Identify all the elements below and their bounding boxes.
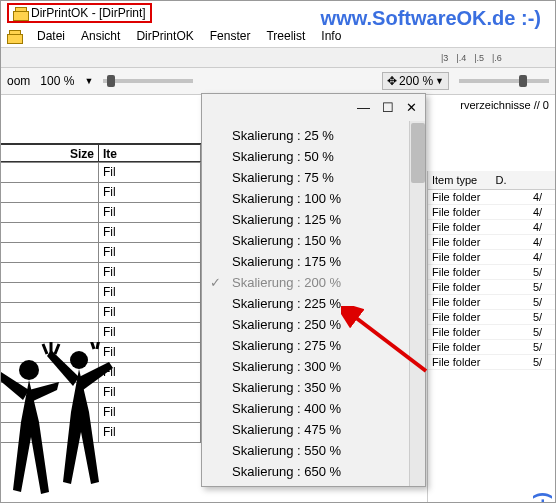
list-item[interactable]: File folder4/	[428, 205, 555, 220]
zoom-toolbar: oom 100 % ▼ ✥ 200 % ▼	[1, 68, 555, 95]
scale-option[interactable]: Skalierung : 200 %	[202, 272, 425, 293]
scale-option[interactable]: Skalierung : 250 %	[202, 314, 425, 335]
zoom-right-button[interactable]: ✥ 200 % ▼	[382, 72, 449, 90]
col-size: Size	[70, 147, 94, 161]
menu-item-file[interactable]: Datei	[37, 29, 65, 43]
scale-dropdown: — ☐ ✕ Skalierung : 25 %Skalierung : 50 %…	[201, 93, 426, 487]
menu-item-window[interactable]: Fenster	[210, 29, 251, 43]
titlebar: DirPrintOK - [DirPrint]	[1, 1, 555, 25]
slider-thumb[interactable]	[107, 75, 115, 87]
scale-option[interactable]: Skalierung : 475 %	[202, 419, 425, 440]
menu-item-treelist[interactable]: Treelist	[266, 29, 305, 43]
table-row: Fil	[1, 203, 201, 223]
cell: Fil	[99, 263, 201, 282]
list-item[interactable]: File folder4/	[428, 250, 555, 265]
table-row: Fil	[1, 223, 201, 243]
scale-option[interactable]: Skalierung : 75 %	[202, 167, 425, 188]
list-item[interactable]: File folder5/	[428, 265, 555, 280]
table-row: Fil	[1, 343, 201, 363]
table-row: Fil	[1, 403, 201, 423]
chevron-down-icon: ▼	[435, 76, 444, 86]
printer-icon	[13, 7, 27, 19]
scale-option[interactable]: Skalierung : 400 %	[202, 398, 425, 419]
ruler: |3 |.4 |.5 |.6	[1, 48, 555, 68]
move-icon: ✥	[387, 74, 397, 88]
table-row: Fil	[1, 243, 201, 263]
explorer-list: Item type D. File folder4/File folder4/F…	[427, 171, 555, 502]
list-item[interactable]: File folder5/	[428, 280, 555, 295]
menu-item-info[interactable]: Info	[321, 29, 341, 43]
ruler-mark: |.5	[474, 53, 484, 63]
table-row: Fil	[1, 183, 201, 203]
list-header: Item type D.	[428, 171, 555, 190]
minimize-icon[interactable]: —	[357, 100, 370, 115]
table-row: Fil	[1, 323, 201, 343]
col-items: Ite	[103, 147, 117, 161]
zoom-slider-right[interactable]	[459, 79, 549, 83]
cell: Fil	[99, 163, 201, 182]
window-title: DirPrintOK - [DirPrint]	[31, 6, 146, 20]
menu-bar: Datei Ansicht DirPrintOK Fenster Treelis…	[1, 25, 555, 48]
table-row: Fil	[1, 263, 201, 283]
scale-option[interactable]: Skalierung : 150 %	[202, 230, 425, 251]
dropdown-window-controls: — ☐ ✕	[202, 94, 425, 121]
list-item[interactable]: File folder4/	[428, 220, 555, 235]
cell: Fil	[99, 363, 201, 382]
menu-item-view[interactable]: Ansicht	[81, 29, 120, 43]
table-row: Fil	[1, 383, 201, 403]
table-row: Fil	[1, 283, 201, 303]
close-icon[interactable]: ✕	[406, 100, 417, 115]
scale-option[interactable]: Skalierung : 25 %	[202, 125, 425, 146]
cell: Fil	[99, 423, 201, 442]
cell: Fil	[99, 243, 201, 262]
list-item[interactable]: File folder5/	[428, 325, 555, 340]
zoom-right-value: 200 %	[399, 74, 433, 88]
scale-option[interactable]: Skalierung : 350 %	[202, 377, 425, 398]
table-row: Fil	[1, 303, 201, 323]
cell: Fil	[99, 283, 201, 302]
scale-option[interactable]: Skalierung : 100 %	[202, 188, 425, 209]
table-row: Fil	[1, 363, 201, 383]
zoom-label-prefix: oom	[7, 74, 30, 88]
ruler-mark: |.6	[492, 53, 502, 63]
col-date[interactable]: D.	[496, 174, 507, 186]
scale-option[interactable]: Skalierung : 300 %	[202, 356, 425, 377]
scale-option[interactable]: Skalierung : 275 %	[202, 335, 425, 356]
title-highlight: DirPrintOK - [DirPrint]	[7, 3, 152, 23]
scale-option[interactable]: Skalierung : 550 %	[202, 440, 425, 461]
chevron-down-icon[interactable]: ▼	[84, 76, 93, 86]
list-item[interactable]: File folder5/	[428, 340, 555, 355]
ruler-mark: |.4	[456, 53, 466, 63]
scale-option[interactable]: Skalierung : 175 %	[202, 251, 425, 272]
scale-option[interactable]: Skalierung : 125 %	[202, 209, 425, 230]
scale-option[interactable]: Skalierung : 225 %	[202, 293, 425, 314]
col-itemtype[interactable]: Item type	[432, 174, 477, 186]
scrollbar[interactable]	[409, 121, 425, 486]
menu-item-dirprintok[interactable]: DirPrintOK	[136, 29, 193, 43]
cell: Fil	[99, 383, 201, 402]
cell: Fil	[99, 303, 201, 322]
list-item[interactable]: File folder4/	[428, 235, 555, 250]
zoom-slider-left[interactable]	[103, 79, 193, 83]
printer-icon[interactable]	[7, 30, 21, 42]
cell: Fil	[99, 403, 201, 422]
table-row: Fil	[1, 423, 201, 443]
list-item[interactable]: File folder5/	[428, 295, 555, 310]
list-item[interactable]: File folder5/	[428, 310, 555, 325]
zoom-left-value: 100 %	[40, 74, 74, 88]
list-item[interactable]: File folder5/	[428, 355, 555, 370]
dropdown-list[interactable]: Skalierung : 25 %Skalierung : 50 %Skalie…	[202, 121, 425, 486]
cell: Fil	[99, 223, 201, 242]
list-item[interactable]: File folder4/	[428, 190, 555, 205]
slider-thumb[interactable]	[519, 75, 527, 87]
cell: Fil	[99, 343, 201, 362]
maximize-icon[interactable]: ☐	[382, 100, 394, 115]
scroll-thumb[interactable]	[411, 123, 425, 183]
table-row: Fil	[1, 163, 201, 183]
cell: Fil	[99, 203, 201, 222]
scale-option[interactable]: Skalierung : 50 %	[202, 146, 425, 167]
ruler-mark: |3	[441, 53, 448, 63]
cell: Fil	[99, 183, 201, 202]
cell: Fil	[99, 323, 201, 342]
scale-option[interactable]: Skalierung : 650 %	[202, 461, 425, 482]
